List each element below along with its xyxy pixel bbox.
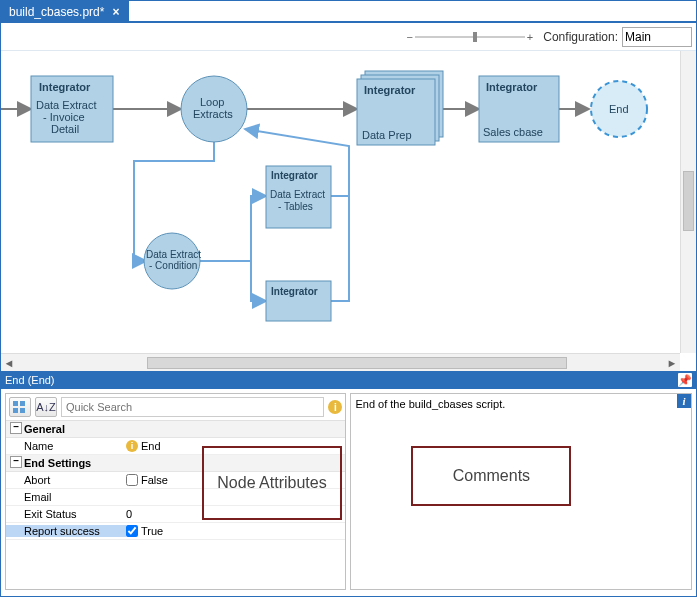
svg-text:Integrator: Integrator: [364, 84, 416, 96]
properties-panel-header: End (End) 📌: [1, 371, 696, 389]
svg-rect-34: [13, 408, 18, 413]
zoom-thumb[interactable]: [473, 32, 477, 42]
annotation-comments: Comments: [411, 446, 571, 506]
svg-text:Extracts: Extracts: [193, 108, 233, 120]
svg-text:Data Extract: Data Extract: [146, 249, 201, 260]
canvas-horizontal-scrollbar[interactable]: ◄ ►: [1, 353, 680, 371]
diagram-canvas[interactable]: Integrator Data Extract - Invoice Detail…: [1, 51, 696, 371]
prop-row-abort[interactable]: Abort False: [6, 472, 345, 489]
prop-report-value[interactable]: True: [126, 525, 186, 537]
svg-text:Data Prep: Data Prep: [362, 129, 412, 141]
lower-panels: A↓Z i General Name i End End Settings Ab…: [1, 389, 696, 594]
svg-text:- Invoice: - Invoice: [43, 111, 85, 123]
hscroll-track[interactable]: [17, 356, 664, 370]
prop-row-exit-status[interactable]: Exit Status 0: [6, 506, 345, 523]
prop-row-email[interactable]: Email: [6, 489, 345, 506]
prop-exit-value[interactable]: 0: [126, 508, 186, 520]
node-integrator-blank[interactable]: Integrator: [266, 281, 331, 321]
flow-svg: Integrator Data Extract - Invoice Detail…: [1, 51, 682, 353]
svg-text:- Tables: - Tables: [278, 201, 313, 212]
svg-text:- Condition: - Condition: [149, 260, 197, 271]
name-info-icon: i: [126, 440, 138, 452]
panel-title: End (End): [5, 374, 55, 386]
properties-toolbar: A↓Z i: [6, 394, 345, 421]
svg-text:End: End: [609, 103, 629, 115]
node-data-extract-tables[interactable]: Integrator Data Extract - Tables: [266, 166, 331, 228]
svg-text:Data Extract: Data Extract: [36, 99, 97, 111]
hscroll-thumb[interactable]: [147, 357, 567, 369]
prop-email-label: Email: [6, 491, 126, 503]
hscroll-left-arrow[interactable]: ◄: [1, 357, 17, 369]
canvas-vertical-scrollbar[interactable]: [680, 51, 696, 353]
zoom-slider[interactable]: − +: [406, 31, 533, 43]
node-loop-extracts[interactable]: Loop Extracts: [181, 76, 247, 142]
categorized-icon: [13, 401, 27, 413]
hscroll-right-arrow[interactable]: ►: [664, 357, 680, 369]
properties-pane: A↓Z i General Name i End End Settings Ab…: [5, 393, 346, 590]
svg-text:Detail: Detail: [51, 123, 79, 135]
vscroll-thumb[interactable]: [683, 171, 694, 231]
zoom-plus-icon[interactable]: +: [527, 31, 533, 43]
prop-report-label: Report success: [6, 525, 126, 537]
configuration-label: Configuration:: [543, 30, 618, 44]
prop-exit-label: Exit Status: [6, 508, 126, 520]
info-corner-icon[interactable]: i: [677, 394, 691, 408]
svg-rect-32: [13, 401, 18, 406]
tab-bar: build_cbases.prd* ×: [1, 1, 696, 23]
prop-name-value: i End: [126, 440, 186, 452]
tab-title: build_cbases.prd*: [9, 5, 104, 19]
node-data-prep[interactable]: Integrator Data Prep: [357, 71, 443, 145]
comment-text: End of the build_cbases script.: [355, 398, 687, 410]
svg-rect-33: [20, 401, 25, 406]
category-end-settings[interactable]: End Settings: [6, 455, 345, 472]
category-general[interactable]: General: [6, 421, 345, 438]
tab-build-cbases[interactable]: build_cbases.prd* ×: [1, 0, 129, 21]
svg-text:Integrator: Integrator: [271, 170, 318, 181]
node-sales-cbase[interactable]: Integrator Sales cbase: [479, 76, 559, 142]
zoom-track[interactable]: [415, 36, 525, 38]
categorized-button[interactable]: [9, 397, 31, 417]
svg-text:Sales cbase: Sales cbase: [483, 126, 543, 138]
prop-row-report-success[interactable]: Report success True: [6, 523, 345, 540]
node-data-extract-invoice[interactable]: Integrator Data Extract - Invoice Detail: [31, 76, 113, 142]
comments-pane[interactable]: i End of the build_cbases script. Commen…: [350, 393, 692, 590]
tab-close-icon[interactable]: ×: [110, 5, 121, 19]
svg-text:Data Extract: Data Extract: [270, 189, 325, 200]
zoom-minus-icon[interactable]: −: [406, 31, 412, 43]
alphabetical-button[interactable]: A↓Z: [35, 397, 57, 417]
pin-icon[interactable]: 📌: [678, 373, 692, 387]
svg-text:Integrator: Integrator: [271, 286, 318, 297]
prop-name-label: Name: [6, 440, 126, 452]
abort-checkbox[interactable]: [126, 474, 138, 486]
svg-rect-35: [20, 408, 25, 413]
report-success-checkbox[interactable]: [126, 525, 138, 537]
configuration-select[interactable]: [622, 27, 692, 47]
quick-search-input[interactable]: [61, 397, 324, 417]
prop-abort-value[interactable]: False: [126, 474, 186, 486]
help-icon[interactable]: i: [328, 400, 342, 414]
toolbar-config: − + Configuration:: [1, 23, 696, 51]
node-data-extract-condition[interactable]: Data Extract - Condition: [144, 233, 201, 289]
node-end[interactable]: End: [591, 81, 647, 137]
svg-text:Integrator: Integrator: [486, 81, 538, 93]
svg-text:Integrator: Integrator: [39, 81, 91, 93]
prop-abort-label: Abort: [6, 474, 126, 486]
prop-row-name[interactable]: Name i End: [6, 438, 345, 455]
svg-text:Loop: Loop: [200, 96, 224, 108]
